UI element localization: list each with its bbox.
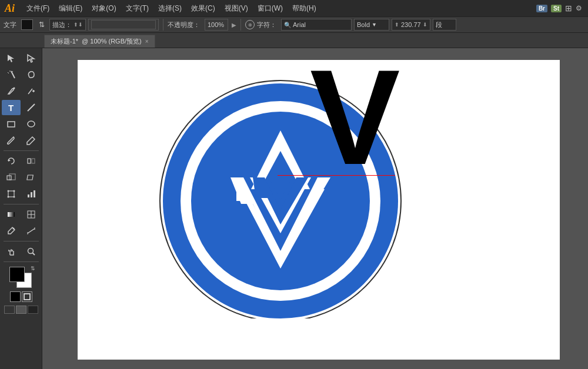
tool-scale[interactable] [2, 170, 21, 185]
layout-icon[interactable]: ⊞ [565, 4, 572, 13]
svg-point-22 [13, 196, 15, 198]
menu-view[interactable]: 视图(V) [220, 2, 253, 15]
svg-point-30 [12, 228, 14, 230]
opacity-arrows[interactable]: ▶ [232, 22, 236, 28]
search-icon[interactable]: ⚙ [576, 4, 582, 12]
tool-paintbrush[interactable] [2, 133, 21, 148]
type-icon: T [8, 103, 14, 113]
tool-rectangle[interactable] [2, 116, 21, 132]
toolbar: 文字 ⇅ 描边： ⬆⬇ 不透明度： 100% ▶ ⊕ 字符： 🔍 Arial B… [0, 16, 588, 33]
svg-marker-1 [28, 55, 34, 62]
top-right-icons: Br St ⊞ ⚙ [536, 4, 586, 13]
tab-close-button[interactable]: × [145, 38, 149, 45]
svg-rect-23 [28, 194, 29, 197]
bridge-button[interactable]: Br [536, 5, 547, 12]
tool-pencil[interactable] [22, 133, 41, 148]
opacity-value[interactable]: 100% [205, 19, 228, 31]
svg-rect-10 [8, 122, 15, 127]
swap-colors-button[interactable]: ⇅ [31, 266, 35, 271]
foreground-color-box[interactable] [9, 267, 25, 282]
tool-add-anchor[interactable] [22, 83, 41, 99]
tool-direct-select[interactable] [22, 51, 41, 66]
menu-select[interactable]: 选择(S) [153, 2, 186, 15]
menu-object[interactable]: 对象(O) [87, 2, 121, 15]
tool-magic-wand[interactable] [2, 67, 21, 82]
svg-rect-25 [34, 190, 35, 197]
fill-box[interactable] [10, 291, 21, 302]
font-size-up-arrow: ⬆ [395, 22, 399, 28]
menu-file[interactable]: 文件(F) [22, 2, 54, 15]
tool-type[interactable]: T [2, 100, 21, 115]
tool-gradient[interactable] [2, 207, 21, 222]
font-name-value: Arial [293, 21, 306, 28]
font-name-dropdown[interactable]: 🔍 Arial [281, 19, 352, 31]
svg-line-5 [12, 71, 13, 72]
tool-divider-2 [4, 204, 39, 204]
tool-shear[interactable] [22, 170, 41, 185]
tool-line-segment[interactable] [22, 100, 41, 115]
stroke-box[interactable] [22, 291, 32, 302]
tool-row-pen [2, 83, 41, 99]
type-label: 文字 [4, 21, 16, 29]
left-toolbar: T [0, 48, 42, 369]
tool-zoom[interactable] [22, 244, 41, 259]
stroke-value-input[interactable] [88, 19, 159, 31]
svg-point-11 [28, 121, 35, 127]
tool-ellipse[interactable] [22, 116, 41, 132]
svg-rect-14 [32, 159, 35, 163]
tool-row-transform [2, 186, 41, 202]
svg-rect-16 [9, 174, 15, 180]
tool-rotate[interactable] [2, 153, 21, 169]
svg-marker-0 [8, 55, 14, 62]
segment-dropdown[interactable]: 段 [433, 19, 456, 31]
tool-reflect[interactable] [22, 153, 41, 169]
tab-bar: 未标题-1* @ 100% (RGB/预览) × [0, 33, 588, 48]
fill-color-box[interactable] [21, 19, 33, 30]
tool-free-transform[interactable] [2, 186, 21, 202]
menu-window[interactable]: 窗口(W) [253, 2, 288, 15]
tool-mesh[interactable] [22, 207, 41, 222]
normal-screen-btn[interactable] [4, 306, 15, 314]
tab-subtitle: @ 100% (RGB/预览) [82, 37, 142, 46]
stroke-dropdown[interactable]: 描边： ⬆⬇ [49, 19, 86, 31]
menu-type[interactable]: 文字(T) [121, 2, 153, 15]
presentation-btn[interactable] [28, 306, 38, 314]
fill-stroke-toggle[interactable]: ⇅ [36, 19, 47, 30]
tool-pen[interactable] [2, 83, 21, 99]
tool-lasso[interactable] [22, 67, 41, 82]
stroke-label: 描边： [52, 21, 72, 29]
svg-line-35 [32, 253, 35, 256]
text-baseline-line [278, 175, 395, 176]
menu-bar: Ai 文件(F) 编辑(E) 对象(O) 文字(T) 选择(S) 效果(C) 视… [0, 0, 588, 16]
menu-effect[interactable]: 效果(C) [186, 2, 220, 15]
font-style-dropdown[interactable]: Bold ▼ [354, 19, 389, 31]
menu-help[interactable]: 帮助(H) [288, 2, 321, 15]
tool-row-shapes [2, 116, 41, 132]
vw-logo-svg [154, 48, 407, 318]
tool-row-rotate [2, 153, 41, 169]
tool-divider-1 [4, 150, 39, 151]
tool-row-wand [2, 67, 41, 82]
tool-eyedropper[interactable] [2, 223, 21, 239]
menu-edit[interactable]: 编辑(E) [54, 2, 87, 15]
tool-measure[interactable] [22, 223, 41, 239]
tool-graph[interactable] [22, 186, 41, 202]
tab-title: 未标题-1* [51, 37, 78, 46]
tool-hand[interactable] [2, 244, 21, 259]
svg-point-19 [7, 190, 9, 192]
full-screen-btn[interactable] [16, 306, 26, 314]
tool-select[interactable] [2, 51, 21, 66]
stroke-arrows: ⬆⬇ [74, 22, 83, 28]
stock-button[interactable]: St [551, 5, 562, 12]
font-size-value: 230.77 [401, 21, 421, 28]
canvas-area: V [42, 48, 588, 369]
fill-stroke-row [10, 291, 32, 302]
app-logo: Ai [2, 2, 17, 15]
separator-1 [163, 19, 163, 31]
document-tab[interactable]: 未标题-1* @ 100% (RGB/预览) × [44, 35, 155, 48]
font-size-dropdown[interactable]: ⬆ 230.77 ⬇ [392, 19, 430, 31]
tool-row-eyedropper [2, 223, 41, 239]
globe-icon: ⊕ [245, 20, 255, 29]
svg-line-31 [28, 229, 35, 233]
svg-rect-17 [26, 175, 32, 180]
